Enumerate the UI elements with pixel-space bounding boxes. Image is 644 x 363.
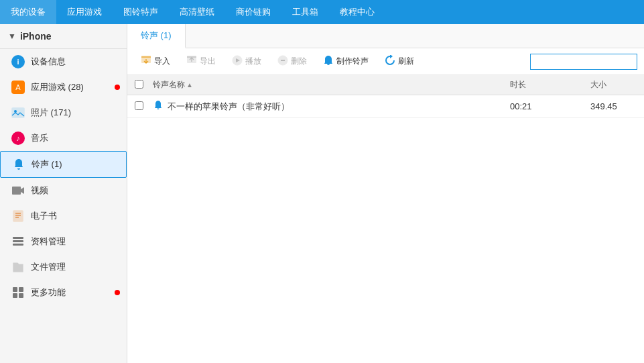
make-ringtone-button[interactable]: 制作铃声 bbox=[316, 52, 375, 70]
svg-rect-0 bbox=[12, 108, 24, 117]
toolbar: 导入 导出 播放 bbox=[127, 48, 644, 75]
delete-button[interactable]: 删除 bbox=[271, 52, 314, 70]
svg-rect-2 bbox=[12, 187, 21, 195]
top-navigation: 我的设备 应用游戏 图铃特声 高清壁纸 商价链购 工具箱 教程中心 bbox=[0, 0, 644, 24]
sidebar-label-more: 更多功能 bbox=[31, 287, 66, 299]
refresh-icon bbox=[385, 55, 395, 68]
sidebar-item-ringtones[interactable]: 铃声 (1) bbox=[0, 151, 127, 178]
content-area: 铃声 (1) 导入 bbox=[127, 24, 644, 363]
sidebar: ▼ iPhone i 设备信息 A 应用游戏 (28) bbox=[0, 24, 127, 363]
header-duration[interactable]: 时长 bbox=[510, 79, 590, 91]
sidebar-item-more[interactable]: 更多功能 bbox=[0, 280, 127, 305]
sidebar-item-data-mgmt[interactable]: 资料管理 bbox=[0, 229, 127, 254]
nav-apps-games[interactable]: 应用游戏 bbox=[56, 0, 113, 24]
more-icon bbox=[11, 285, 25, 300]
nav-wallpapers[interactable]: 高清壁纸 bbox=[169, 0, 225, 24]
svg-rect-11 bbox=[19, 287, 23, 292]
nav-my-device[interactable]: 我的设备 bbox=[0, 0, 56, 24]
table-header: 铃声名称 ▲ 时长 大小 bbox=[127, 75, 644, 95]
file-mgmt-icon bbox=[11, 260, 25, 274]
sidebar-label-ringtones: 铃声 (1) bbox=[31, 158, 62, 170]
ringtone-icon bbox=[11, 157, 26, 172]
row-check[interactable] bbox=[127, 101, 150, 112]
sidebar-label-ebook: 电子书 bbox=[31, 210, 57, 222]
sidebar-item-apps[interactable]: A 应用游戏 (28) bbox=[0, 74, 127, 100]
nav-toolbox[interactable]: 工具箱 bbox=[281, 0, 329, 24]
export-icon bbox=[186, 55, 197, 68]
svg-rect-12 bbox=[13, 293, 17, 298]
header-check[interactable] bbox=[127, 80, 150, 91]
play-label: 播放 bbox=[245, 56, 261, 67]
row-size-text: 349.45 bbox=[590, 101, 617, 111]
info-icon: i bbox=[11, 54, 25, 69]
sort-icon: ▲ bbox=[186, 81, 193, 89]
apps-badge bbox=[115, 85, 120, 90]
app-icon: A bbox=[11, 80, 25, 95]
refresh-button[interactable]: 刷新 bbox=[378, 52, 421, 70]
header-duration-label: 时长 bbox=[510, 80, 526, 89]
table-area: 铃声名称 ▲ 时长 大小 bbox=[127, 75, 644, 363]
svg-rect-9 bbox=[13, 244, 23, 246]
import-button[interactable]: 导入 bbox=[134, 52, 177, 70]
svg-rect-10 bbox=[13, 287, 17, 292]
svg-rect-13 bbox=[19, 293, 23, 298]
header-name-label: 铃声名称 bbox=[153, 79, 185, 91]
nav-ringtones[interactable]: 图铃特声 bbox=[113, 0, 169, 24]
collapse-arrow: ▼ bbox=[8, 32, 16, 41]
sidebar-label-apps: 应用游戏 (28) bbox=[31, 81, 84, 93]
sidebar-item-music[interactable]: ♪ 音乐 bbox=[0, 125, 127, 151]
nav-shopping[interactable]: 商价链购 bbox=[225, 0, 281, 24]
sidebar-item-photos[interactable]: 照片 (171) bbox=[0, 100, 127, 125]
sidebar-label-music: 音乐 bbox=[31, 132, 48, 144]
header-size-label: 大小 bbox=[590, 80, 606, 89]
import-label: 导入 bbox=[154, 56, 170, 67]
make-ringtone-icon bbox=[323, 55, 334, 68]
row-checkbox[interactable] bbox=[135, 101, 143, 110]
sidebar-label-video: 视频 bbox=[31, 185, 48, 197]
import-icon bbox=[141, 55, 151, 68]
header-name[interactable]: 铃声名称 ▲ bbox=[150, 79, 510, 91]
delete-label: 删除 bbox=[291, 56, 307, 67]
select-all-checkbox[interactable] bbox=[135, 80, 143, 89]
tab-bar: 铃声 (1) bbox=[127, 24, 644, 48]
row-size: 349.45 bbox=[590, 101, 644, 111]
row-name: 不一样的苹果铃声（非常好听） bbox=[150, 100, 510, 113]
data-mgmt-icon bbox=[11, 234, 25, 249]
nav-tutorials[interactable]: 教程中心 bbox=[329, 0, 385, 24]
sidebar-label-photos: 照片 (171) bbox=[31, 107, 71, 119]
row-name-text: 不一样的苹果铃声（非常好听） bbox=[168, 101, 289, 113]
sidebar-label-file-mgmt: 文件管理 bbox=[31, 261, 66, 273]
export-button[interactable]: 导出 bbox=[180, 52, 222, 70]
refresh-label: 刷新 bbox=[398, 56, 414, 67]
delete-icon bbox=[277, 55, 288, 68]
export-label: 导出 bbox=[200, 56, 216, 67]
make-ringtone-label: 制作铃声 bbox=[336, 56, 369, 67]
row-ringtone-icon bbox=[153, 100, 164, 113]
main-layout: ▼ iPhone i 设备信息 A 应用游戏 (28) bbox=[0, 24, 644, 363]
row-duration-text: 00:21 bbox=[510, 101, 532, 111]
svg-rect-7 bbox=[13, 237, 23, 239]
svg-rect-8 bbox=[13, 240, 23, 242]
table-row[interactable]: 不一样的苹果铃声（非常好听） 00:21 349.45 bbox=[127, 95, 644, 118]
row-duration: 00:21 bbox=[510, 101, 590, 111]
music-icon: ♪ bbox=[11, 131, 25, 146]
sidebar-item-device-info[interactable]: i 设备信息 bbox=[0, 49, 127, 74]
sidebar-item-video[interactable]: 视频 bbox=[0, 178, 127, 203]
sidebar-label-device-info: 设备信息 bbox=[31, 56, 66, 68]
sidebar-item-ebook[interactable]: 电子书 bbox=[0, 203, 127, 229]
more-badge bbox=[115, 290, 120, 295]
photo-icon bbox=[11, 105, 25, 120]
search-input[interactable] bbox=[530, 54, 637, 70]
header-size[interactable]: 大小 bbox=[590, 79, 644, 91]
ebook-icon bbox=[11, 209, 25, 223]
play-icon bbox=[232, 55, 243, 68]
play-button[interactable]: 播放 bbox=[225, 52, 268, 70]
tab-ringtones[interactable]: 铃声 (1) bbox=[127, 24, 186, 48]
svg-rect-3 bbox=[13, 211, 23, 221]
sidebar-label-data-mgmt: 资料管理 bbox=[31, 236, 66, 248]
device-name: iPhone bbox=[20, 31, 52, 42]
sidebar-item-file-mgmt[interactable]: 文件管理 bbox=[0, 254, 127, 280]
device-header[interactable]: ▼ iPhone bbox=[0, 24, 127, 49]
video-icon bbox=[11, 183, 25, 198]
